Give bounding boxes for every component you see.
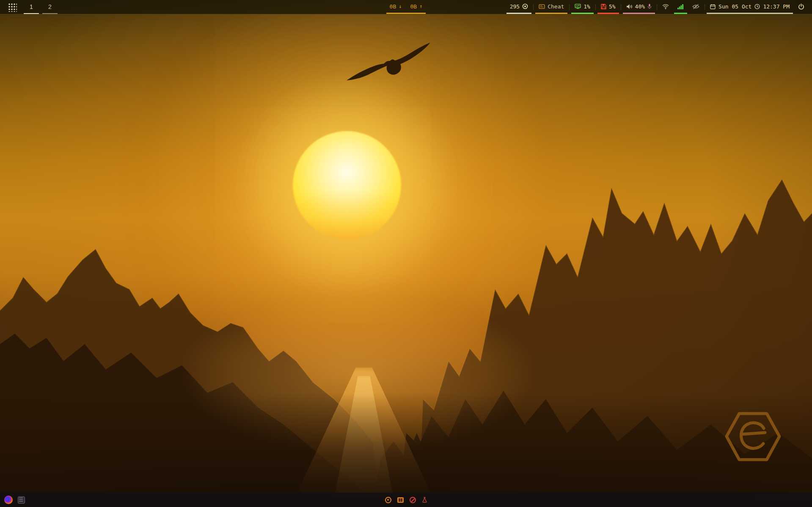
cpu-graph-icon <box>575 4 581 9</box>
upload-speed: 0B <box>410 3 417 10</box>
red-slash-circle-icon[interactable] <box>410 497 416 503</box>
desktop-screen: 1 2 0B↓ 0B↑ 295 <box>0 0 812 507</box>
updates-count: 295 <box>510 3 520 10</box>
cpu-usage-module[interactable]: 1% <box>571 0 594 14</box>
download-speed: 0B <box>390 3 396 10</box>
network-speed-module[interactable]: 0B↓ 0B↑ <box>386 0 426 14</box>
topbar-left: 1 2 <box>4 0 58 14</box>
privacy-module[interactable] <box>689 0 703 14</box>
calendar-icon <box>710 4 716 9</box>
separator <box>621 4 621 10</box>
download-arrow-icon: ↓ <box>399 3 402 9</box>
time-text: 12:37 PM <box>763 3 790 10</box>
separator <box>657 4 657 10</box>
volume-value: 40% <box>635 3 645 10</box>
datetime-module[interactable]: Sun 05 Oct 12:37 PM <box>707 0 793 14</box>
hexagon-e-logo <box>722 408 784 465</box>
bottombar-apps <box>4 496 25 504</box>
microphone-icon <box>647 3 652 9</box>
workspace-1[interactable]: 1 <box>24 0 39 14</box>
target-circle-icon <box>522 3 528 9</box>
clock-icon <box>754 4 760 9</box>
wallpaper <box>0 0 812 507</box>
orange-table-icon[interactable] <box>397 497 404 503</box>
system-tray <box>385 497 427 503</box>
upload-arrow-icon: ↑ <box>419 3 422 9</box>
disk-usage-module[interactable]: 5% <box>597 0 619 14</box>
bottom-bar <box>0 493 812 507</box>
cheatsheet-icon <box>539 4 545 9</box>
speaker-icon <box>626 4 633 9</box>
cpu-usage-value: 1% <box>584 3 590 10</box>
separator <box>569 4 570 10</box>
app-grid-icon <box>8 3 17 12</box>
eye-slash-icon <box>692 4 699 9</box>
workspace-2-label: 2 <box>48 3 52 10</box>
power-icon <box>798 3 804 10</box>
signal-strength-module[interactable] <box>674 0 687 14</box>
signal-bars-icon <box>677 4 684 9</box>
top-status-bar: 1 2 0B↓ 0B↑ 295 <box>0 0 812 14</box>
cheatsheet-label: Cheat <box>548 3 564 10</box>
power-button[interactable] <box>795 0 808 14</box>
topbar-center: 0B↓ 0B↑ <box>386 0 426 14</box>
notes-app-icon[interactable] <box>18 496 25 504</box>
topbar-right: 295 Cheat 1% <box>506 0 808 14</box>
app-launcher-button[interactable] <box>4 0 20 14</box>
firefox-icon[interactable] <box>4 496 13 504</box>
red-flask-icon[interactable] <box>422 497 427 503</box>
volume-module[interactable]: 40% <box>623 0 655 14</box>
separator <box>595 4 596 10</box>
date-text: Sun 05 Oct <box>718 3 751 10</box>
separator <box>705 4 705 10</box>
workspace-2[interactable]: 2 <box>42 0 58 14</box>
workspace-1-label: 1 <box>30 3 33 10</box>
cheatsheet-module[interactable]: Cheat <box>535 0 567 14</box>
wifi-icon <box>662 4 669 9</box>
updates-module[interactable]: 295 <box>506 0 531 14</box>
wifi-module[interactable] <box>659 0 672 14</box>
disk-usage-value: 5% <box>609 3 616 10</box>
eagle-silhouette <box>345 38 432 91</box>
orange-ring-icon[interactable] <box>385 497 391 503</box>
floppy-disk-icon <box>601 4 606 9</box>
separator <box>533 4 534 10</box>
